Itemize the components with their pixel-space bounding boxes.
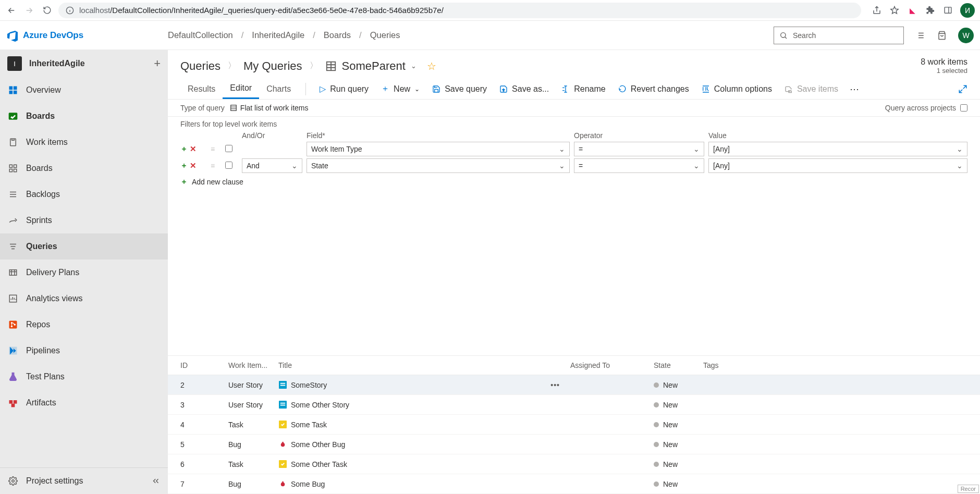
extension-color-icon[interactable]: ◣ bbox=[907, 5, 917, 16]
tab-charts[interactable]: Charts bbox=[259, 79, 298, 99]
andor-select[interactable]: And⌄ bbox=[242, 158, 302, 173]
cell-state: New bbox=[663, 440, 678, 449]
clause-checkbox[interactable] bbox=[225, 162, 232, 169]
cell-title[interactable]: Some Other Bug bbox=[291, 440, 345, 449]
cell-title[interactable]: Some Bug bbox=[291, 480, 325, 488]
query-dropdown-icon[interactable]: ⌄ bbox=[411, 62, 416, 70]
field-select[interactable]: State⌄ bbox=[307, 158, 570, 173]
title-crumb-queries[interactable]: Queries bbox=[180, 59, 220, 73]
sidebar-item-analytics-views[interactable]: Analytics views bbox=[0, 286, 168, 312]
side-panel-icon[interactable] bbox=[942, 5, 953, 16]
query-type-selector[interactable]: Flat list of work items bbox=[230, 104, 309, 112]
user-avatar[interactable]: W bbox=[958, 28, 974, 43]
list-view-icon[interactable] bbox=[914, 30, 926, 41]
drag-handle-icon[interactable]: ≡ bbox=[211, 162, 221, 170]
analytics-icon bbox=[7, 293, 19, 304]
col-header-tags[interactable]: Tags bbox=[703, 361, 967, 369]
sidebar-item-boards[interactable]: Boards bbox=[0, 103, 168, 129]
col-header-assigned[interactable]: Assigned To bbox=[570, 361, 654, 369]
sidebar-item-queries[interactable]: Queries bbox=[0, 233, 168, 260]
breadcrumb-item[interactable]: Queries bbox=[370, 30, 400, 40]
revert-button[interactable]: Revert changes bbox=[612, 79, 695, 99]
row-actions-button[interactable]: ••• bbox=[550, 381, 560, 389]
cell-title[interactable]: Some Other Task bbox=[291, 460, 347, 468]
breadcrumb-item[interactable]: InheritedAgile bbox=[252, 30, 304, 40]
result-row[interactable]: 5BugSome Other BugNew bbox=[168, 435, 980, 454]
value-select[interactable]: [Any]⌄ bbox=[708, 142, 967, 156]
favorite-star-icon[interactable]: ☆ bbox=[427, 60, 436, 72]
run-query-button[interactable]: ▷Run query bbox=[313, 79, 375, 99]
delete-row-icon[interactable]: ✕ bbox=[190, 144, 197, 154]
new-item-button[interactable]: + bbox=[154, 57, 161, 70]
project-settings-link[interactable]: Project settings bbox=[0, 468, 168, 494]
operator-select[interactable]: =⌄ bbox=[574, 142, 704, 156]
result-row[interactable]: 2User StorySomeStory•••New bbox=[168, 375, 980, 395]
tab-editor[interactable]: Editor bbox=[223, 79, 259, 99]
add-clause-button[interactable]: ＋ Add new clause bbox=[180, 177, 967, 187]
cell-title[interactable]: SomeStory bbox=[291, 381, 327, 389]
sidebar-item-delivery-plans[interactable]: Delivery Plans bbox=[0, 260, 168, 286]
fullscreen-icon[interactable] bbox=[958, 84, 967, 94]
site-info-icon[interactable] bbox=[66, 6, 74, 15]
cell-state: New bbox=[663, 421, 678, 429]
sprints-icon bbox=[7, 215, 19, 226]
query-across-projects-checkbox[interactable] bbox=[960, 104, 967, 112]
operator-select[interactable]: =⌄ bbox=[574, 158, 704, 173]
cell-title[interactable]: Some Other Story bbox=[291, 401, 349, 409]
column-options-button[interactable]: Column options bbox=[695, 79, 778, 99]
browser-url-bar[interactable]: localhost/DefaultCollection/InheritedAgi… bbox=[58, 3, 861, 18]
breadcrumb-item[interactable]: Boards bbox=[324, 30, 351, 40]
result-row[interactable]: 4TaskSome TaskNew bbox=[168, 415, 980, 435]
browser-reload-button[interactable] bbox=[41, 4, 53, 17]
result-row[interactable]: 3User StorySome Other StoryNew bbox=[168, 395, 980, 415]
workitems-icon bbox=[7, 137, 19, 148]
project-name: InheritedAgile bbox=[29, 59, 146, 68]
new-button[interactable]: ＋New⌄ bbox=[375, 79, 426, 99]
svg-rect-7 bbox=[9, 113, 18, 119]
sidebar-item-overview[interactable]: Overview bbox=[0, 77, 168, 103]
sidebar-item-artifacts[interactable]: Artifacts bbox=[0, 390, 168, 416]
state-dot-icon bbox=[654, 382, 659, 388]
col-header-type[interactable]: Work Item... bbox=[228, 361, 278, 369]
bookmark-star-icon[interactable] bbox=[889, 5, 900, 16]
product-name[interactable]: Azure DevOps bbox=[23, 30, 83, 41]
share-icon[interactable] bbox=[872, 5, 882, 16]
result-row[interactable]: 7BugSome BugNew bbox=[168, 474, 980, 494]
save-as-button[interactable]: Save as... bbox=[493, 79, 555, 99]
add-row-icon[interactable]: ＋ bbox=[180, 144, 188, 154]
cell-title[interactable]: Some Task bbox=[291, 421, 327, 429]
search-input[interactable]: Search bbox=[774, 27, 904, 44]
azure-devops-logo-icon[interactable] bbox=[6, 29, 19, 42]
more-actions-button[interactable]: ⋯ bbox=[844, 83, 865, 95]
sidebar-item-sprints[interactable]: Sprints bbox=[0, 207, 168, 233]
sidebar-item-work-items[interactable]: Work items bbox=[0, 129, 168, 155]
delete-row-icon[interactable]: ✕ bbox=[190, 161, 197, 170]
browser-forward-button[interactable] bbox=[23, 4, 35, 17]
result-row[interactable]: 6TaskSome Other TaskNew bbox=[168, 454, 980, 474]
tab-results[interactable]: Results bbox=[180, 79, 223, 99]
sidebar-item-pipelines[interactable]: Pipelines bbox=[0, 338, 168, 364]
sidebar-item-repos[interactable]: Repos bbox=[0, 312, 168, 338]
drag-handle-icon[interactable]: ≡ bbox=[211, 145, 221, 153]
sidebar-item-boards[interactable]: Boards bbox=[0, 155, 168, 181]
shopping-bag-icon[interactable] bbox=[936, 30, 948, 41]
sidebar-item-backlogs[interactable]: Backlogs bbox=[0, 181, 168, 207]
project-selector[interactable]: I InheritedAgile + bbox=[0, 50, 168, 77]
col-header-title[interactable]: Title bbox=[278, 361, 570, 369]
browser-back-button[interactable] bbox=[5, 4, 18, 17]
breadcrumb: DefaultCollection / InheritedAgile / Boa… bbox=[168, 30, 400, 40]
clause-checkbox[interactable] bbox=[225, 145, 232, 152]
extensions-icon[interactable] bbox=[925, 5, 935, 16]
collapse-sidebar-icon[interactable] bbox=[151, 476, 161, 486]
add-row-icon[interactable]: ＋ bbox=[180, 161, 188, 170]
save-query-button[interactable]: Save query bbox=[426, 79, 493, 99]
browser-profile-avatar[interactable]: И bbox=[960, 3, 975, 18]
value-select[interactable]: [Any]⌄ bbox=[708, 158, 967, 173]
sidebar-item-test-plans[interactable]: Test Plans bbox=[0, 364, 168, 390]
rename-button[interactable]: Rename bbox=[555, 79, 611, 99]
col-header-state[interactable]: State bbox=[654, 361, 703, 369]
col-header-id[interactable]: ID bbox=[180, 361, 228, 369]
breadcrumb-item[interactable]: DefaultCollection bbox=[168, 30, 233, 40]
field-select[interactable]: Work Item Type⌄ bbox=[307, 142, 570, 156]
title-crumb-myqueries[interactable]: My Queries bbox=[243, 59, 302, 73]
